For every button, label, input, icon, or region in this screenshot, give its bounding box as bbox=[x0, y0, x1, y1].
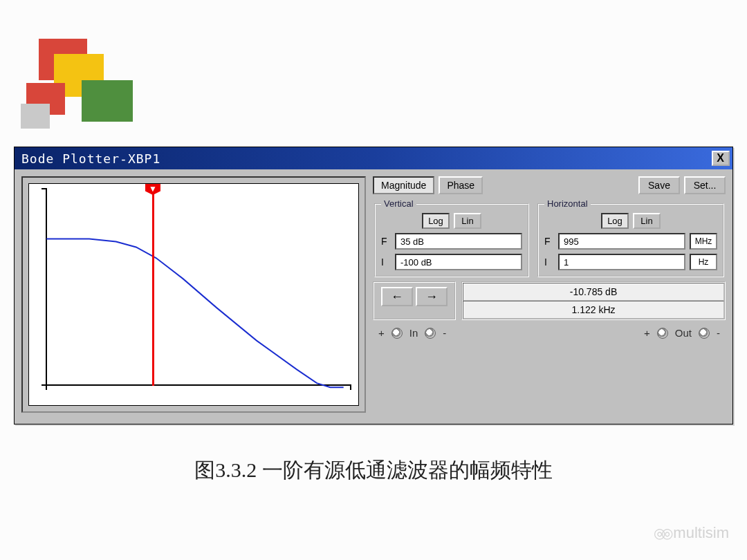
horizontal-f-unit: MHz bbox=[690, 233, 717, 250]
horizontal-i-label: I bbox=[544, 256, 554, 268]
close-button[interactable]: X bbox=[712, 151, 730, 166]
magnitude-button[interactable]: Magnitude bbox=[373, 176, 434, 194]
horizontal-f-label: F bbox=[544, 236, 554, 247]
vertical-f-input[interactable] bbox=[395, 233, 522, 250]
set-button[interactable]: Set... bbox=[684, 176, 726, 194]
out-plus-radio[interactable] bbox=[657, 328, 668, 339]
decor-block bbox=[82, 80, 133, 122]
horizontal-lin-button[interactable]: Lin bbox=[633, 213, 661, 229]
plus-label: + bbox=[378, 327, 385, 339]
vertical-lin-button[interactable]: Lin bbox=[454, 213, 481, 229]
plot-canvas[interactable]: ▼ bbox=[28, 183, 359, 406]
vertical-i-label: I bbox=[381, 256, 391, 268]
out-minus-radio[interactable] bbox=[699, 328, 710, 339]
readout-frequency: 1.122 kHz bbox=[463, 301, 724, 319]
plus-label: + bbox=[644, 327, 650, 339]
out-label: Out bbox=[675, 327, 692, 339]
vertical-i-input[interactable] bbox=[395, 254, 522, 270]
horizontal-i-unit: Hz bbox=[690, 254, 717, 270]
horizontal-f-input[interactable] bbox=[558, 233, 685, 250]
horizontal-legend: Horizontal bbox=[544, 198, 591, 209]
horizontal-i-input[interactable] bbox=[558, 254, 685, 270]
cursor-readouts: -10.785 dB 1.122 kHz bbox=[461, 281, 726, 320]
watermark: ◎◎ multisim bbox=[654, 524, 729, 542]
readout-magnitude: -10.785 dB bbox=[463, 283, 724, 301]
phase-button[interactable]: Phase bbox=[439, 176, 483, 194]
cursor-arrows: ← → bbox=[373, 281, 456, 320]
save-button[interactable]: Save bbox=[638, 176, 680, 194]
cursor-left-button[interactable]: ← bbox=[381, 287, 413, 306]
cursor-right-button[interactable]: → bbox=[416, 287, 448, 306]
vertical-log-button[interactable]: Log bbox=[422, 213, 450, 229]
in-plus-radio[interactable] bbox=[391, 328, 403, 339]
vertical-legend: Vertical bbox=[381, 198, 416, 209]
vertical-group: Vertical Log Lin F I bbox=[374, 198, 529, 277]
horizontal-log-button[interactable]: Log bbox=[601, 213, 629, 229]
titlebar[interactable]: Bode Plotter-XBP1 X bbox=[15, 147, 732, 169]
horizontal-group: Horizontal Log Lin F MHz I Hz bbox=[537, 198, 724, 277]
vertical-f-label: F bbox=[381, 236, 391, 247]
in-label: In bbox=[409, 327, 418, 339]
watermark-icon: ◎◎ bbox=[654, 525, 669, 541]
controls-panel: Magnitude Phase Save Set... Vertical Log… bbox=[373, 176, 726, 417]
in-minus-radio[interactable] bbox=[425, 328, 436, 339]
figure-caption: 图3.3.2 一阶有源低通滤波器的幅频特性 bbox=[0, 456, 747, 485]
io-row: + In - + Out - bbox=[373, 324, 726, 342]
bode-plotter-window: Bode Plotter-XBP1 X ▼ bbox=[14, 147, 733, 424]
minus-label: - bbox=[717, 327, 720, 339]
watermark-text: multisim bbox=[673, 524, 729, 542]
cursor-line[interactable] bbox=[152, 184, 154, 386]
plot-panel: ▼ bbox=[21, 176, 366, 413]
minus-label: - bbox=[443, 327, 446, 339]
window-title: Bode Plotter-XBP1 bbox=[21, 151, 712, 166]
decor-block bbox=[21, 104, 50, 129]
